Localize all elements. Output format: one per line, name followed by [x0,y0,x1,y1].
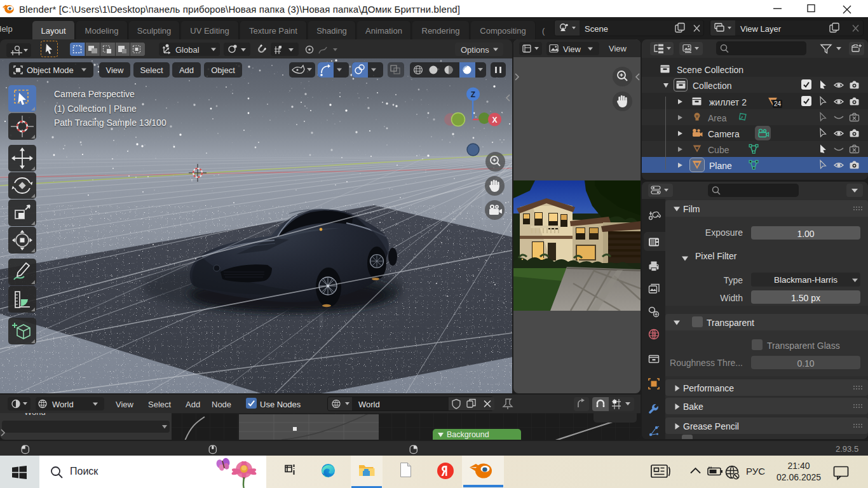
svg-text:X: X [492,116,497,125]
svg-text:Z: Z [471,90,475,99]
